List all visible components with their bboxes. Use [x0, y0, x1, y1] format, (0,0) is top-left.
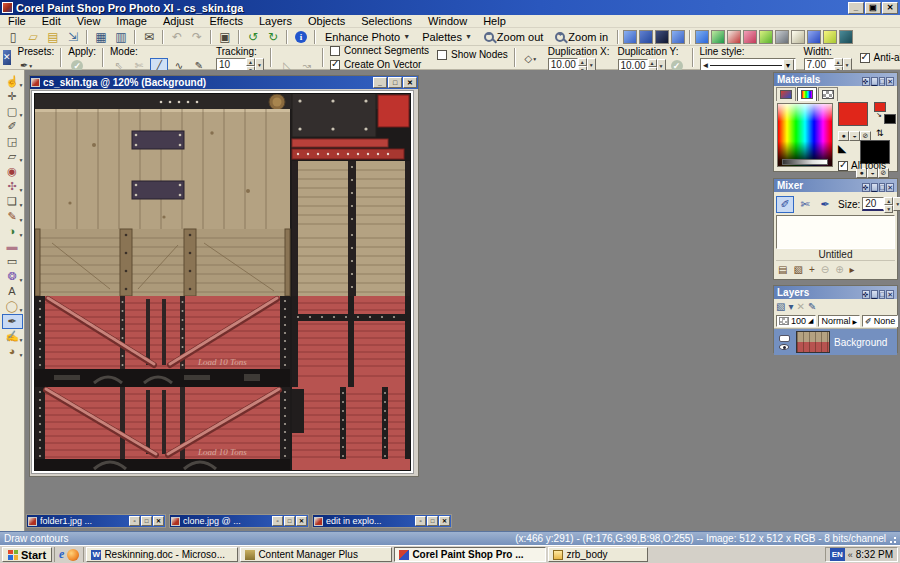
tab-swatches[interactable] [818, 87, 838, 101]
effect-icon-2[interactable] [711, 30, 725, 44]
start-button[interactable]: Start [2, 547, 52, 562]
new-layer-dropdown-icon[interactable]: ▾ [788, 301, 793, 312]
background-eraser-tool[interactable]: ▭ [2, 254, 23, 269]
new-layer-icon[interactable]: ▧ [776, 301, 785, 312]
email-icon[interactable]: ✉ [139, 29, 159, 45]
visibility-eye-icon[interactable] [779, 344, 789, 350]
effect-icon-5[interactable] [759, 30, 773, 44]
pin-button[interactable]: ✜ [862, 290, 870, 299]
menu-file[interactable]: File [0, 15, 34, 28]
close-button[interactable]: ✕ [886, 290, 894, 299]
link-control[interactable]: ✐ None [862, 315, 898, 327]
script-icon-3[interactable] [655, 30, 669, 44]
menu-help[interactable]: Help [475, 15, 514, 28]
tab-frame[interactable] [776, 87, 796, 101]
eraser-tool[interactable]: ▬ [2, 239, 23, 254]
clone-brush-tool[interactable]: ❏▼ [2, 194, 23, 209]
app-titlebar[interactable]: Corel Paint Shop Pro Photo XI - cs_skin.… [0, 0, 900, 15]
color-style-icon[interactable]: ● [838, 131, 849, 141]
effect-icon-6[interactable] [775, 30, 789, 44]
maximize-button[interactable]: □ [141, 516, 152, 526]
effect-icon-1[interactable] [695, 30, 709, 44]
menu-effects[interactable]: Effects [202, 15, 251, 28]
open-icon[interactable]: ▱ [23, 29, 43, 45]
pen-tool[interactable]: ✒ [2, 314, 23, 329]
close-button[interactable]: ✕ [886, 183, 894, 192]
background-mini-swatch[interactable] [884, 114, 896, 124]
transparent-toggle-icon[interactable]: ◣ [838, 142, 846, 155]
dropper-tool[interactable]: ✐ [2, 119, 23, 134]
restore-button[interactable]: ▫ [272, 516, 283, 526]
swap-colors-icon[interactable]: ⇅ [876, 128, 884, 138]
task-psp[interactable]: Corel Paint Shop Pro ... [394, 547, 546, 562]
maximize-button[interactable]: □ [879, 183, 885, 192]
layer-row[interactable]: Background [774, 329, 897, 355]
minimized-document[interactable]: edit in explo...▫□✕ [312, 514, 452, 528]
minimize-button[interactable]: ▁ [871, 77, 878, 86]
script-icon-2[interactable] [639, 30, 653, 44]
preset-shape-tool[interactable]: ◯▼ [2, 299, 23, 314]
doc-maximize-button[interactable]: □ [388, 77, 402, 88]
paint-brush-tool[interactable]: ✎▼ [2, 209, 23, 224]
doc-minimize-button[interactable]: _ [373, 77, 387, 88]
selection-tool[interactable]: ▢▼ [2, 104, 23, 119]
layer-thumbnail[interactable] [796, 331, 830, 353]
minimized-document[interactable]: clone.jpg @ ...▫□✕ [169, 514, 309, 528]
maximize-button[interactable]: □ [427, 516, 438, 526]
node-type-button[interactable]: ◇▼ [522, 51, 540, 66]
close-button[interactable]: ✕ [439, 516, 450, 526]
effect-icon-10[interactable] [839, 30, 853, 44]
warp-brush-tool[interactable]: ✍▼ [2, 329, 23, 344]
script-icon-4[interactable] [671, 30, 685, 44]
mixer-canvas[interactable] [776, 215, 895, 249]
mixer-tube-icon[interactable]: ✐ [776, 196, 794, 213]
document-titlebar[interactable]: cs_skin.tga @ 120% (Background) _□✕ [30, 76, 418, 89]
effect-icon-9[interactable] [823, 30, 837, 44]
canvas-image[interactable]: Load 10 Tons [34, 93, 411, 471]
maximize-button[interactable]: □ [879, 77, 885, 86]
unmix-icon[interactable]: + [809, 264, 815, 275]
edit-selection-icon[interactable]: ✎ [808, 301, 816, 312]
opacity-control[interactable]: 100 ◢ [776, 315, 816, 327]
enhance-photo-button[interactable]: Enhance Photo▼ [319, 29, 416, 45]
new-icon[interactable]: ▯ [3, 29, 23, 45]
restore-button[interactable]: ▫ [415, 516, 426, 526]
zoom-out-button[interactable]: − Zoom out [478, 29, 549, 45]
menu-image[interactable]: Image [108, 15, 155, 28]
tab-rainbow[interactable] [797, 87, 817, 101]
task-word[interactable]: WReskinning.doc - Microso... [86, 547, 238, 562]
menu-adjust[interactable]: Adjust [155, 15, 202, 28]
connect-segments-checkbox[interactable]: Connect Segments [330, 45, 429, 57]
browse-icon[interactable]: ▤ [43, 29, 63, 45]
effect-icon-8[interactable] [807, 30, 821, 44]
save-icon[interactable]: ▦ [91, 29, 111, 45]
pin-button[interactable]: ✜ [862, 183, 870, 192]
color-picker[interactable] [777, 103, 833, 167]
tool-options-grip-icon[interactable]: ✕ [3, 50, 11, 65]
mixer-titlebar[interactable]: Mixer ✜▁□✕ [774, 179, 897, 192]
restore-button[interactable]: ▫ [129, 516, 140, 526]
menu-objects[interactable]: Objects [300, 15, 353, 28]
close-button[interactable]: ✕ [153, 516, 164, 526]
import-icon[interactable]: ⇲ [63, 29, 83, 45]
show-nodes-checkbox[interactable]: Show Nodes [437, 49, 508, 61]
effect-icon-4[interactable] [743, 30, 757, 44]
tray-expand-button[interactable]: « [848, 550, 853, 560]
minimize-button[interactable]: _ [848, 2, 864, 14]
crop-tool[interactable]: ◲ [2, 134, 23, 149]
menu-view[interactable]: View [69, 15, 109, 28]
maximize-button[interactable]: □ [879, 290, 885, 299]
capture-icon[interactable]: ▣ [215, 29, 235, 45]
minimized-document[interactable]: folder1.jpg ...▫□✕ [26, 514, 166, 528]
menu-selections[interactable]: Selections [353, 15, 420, 28]
red-eye-tool[interactable]: ◉ [2, 164, 23, 179]
menu-layers[interactable]: Layers [251, 15, 300, 28]
gray-ramp[interactable] [782, 159, 828, 165]
foreground-swatch[interactable] [838, 102, 868, 126]
mixer-size-value[interactable]: 20 [862, 197, 884, 211]
menu-edit[interactable]: Edit [34, 15, 69, 28]
refresh-icon[interactable]: ↻ [263, 29, 283, 45]
task-folder[interactable]: zrb_body [548, 547, 648, 562]
resize-grip[interactable] [889, 534, 899, 544]
all-tools-checkbox[interactable]: All tools [838, 160, 886, 171]
